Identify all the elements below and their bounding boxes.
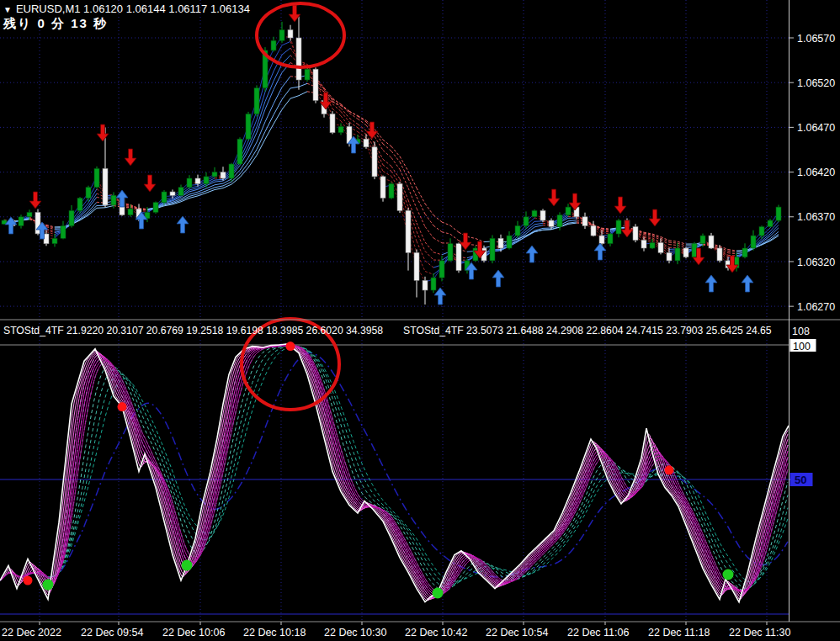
price-axis-label: 1.06270 bbox=[797, 301, 835, 313]
chart-titlebar: ▼EURUSD,M1 1.06120 1.06144 1.06117 1.061… bbox=[3, 3, 250, 15]
indicator-values-left: STOStd_4TF 21.9220 20.3107 20.6769 19.25… bbox=[3, 325, 383, 336]
time-axis-label: 22 Dec 11:06 bbox=[567, 627, 629, 638]
time-axis-label: 22 Dec 09:54 bbox=[81, 627, 143, 638]
buy-signal-dot bbox=[182, 560, 193, 571]
price-axis-label: 1.06370 bbox=[797, 211, 835, 223]
time-axis-label: 22 Dec 10:18 bbox=[243, 627, 306, 638]
panel-resize-handle[interactable] bbox=[0, 316, 840, 323]
time-axis-label: 22 Dec 11:18 bbox=[648, 627, 710, 638]
price-axis-label: 1.06570 bbox=[797, 33, 835, 45]
time-axis-label: 22 Dec 10:54 bbox=[486, 627, 548, 638]
price-axis-label: 1.06520 bbox=[797, 77, 835, 89]
chart-canvas[interactable]: 1.065701.065201.064701.064201.063701.063… bbox=[0, 0, 840, 641]
indicator-label-row: STOStd_4TF 21.9220 20.3107 20.6769 19.25… bbox=[3, 325, 787, 337]
sell-signal-dot bbox=[24, 576, 33, 585]
time-axis-label: 22 Dec 10:42 bbox=[405, 627, 467, 638]
level-50-badge-label: 50 bbox=[795, 474, 806, 486]
chart-dropdown-icon[interactable]: ▼ bbox=[3, 5, 12, 14]
price-axis-label: 1.06320 bbox=[797, 257, 835, 268]
sell-signal-dot bbox=[118, 402, 127, 411]
time-axis-label: 22 Dec 2022 bbox=[2, 627, 61, 638]
sell-signal-dot bbox=[665, 465, 674, 474]
sell-signal-dot bbox=[286, 342, 295, 351]
buy-signal-dot bbox=[433, 588, 444, 599]
price-axis-label: 1.06470 bbox=[797, 122, 835, 134]
level-100-badge-label: 100 bbox=[793, 341, 811, 352]
time-axis-label: 22 Dec 10:06 bbox=[162, 627, 225, 638]
indicator-values-right: STOStd_4TF 23.5073 21.6488 24.2908 22.86… bbox=[403, 325, 772, 336]
buy-signal-dot bbox=[723, 569, 734, 580]
indicator-max-label: 108 bbox=[792, 326, 810, 337]
candle-countdown-timer: 残り 0 分 13 秒 bbox=[3, 16, 108, 32]
buy-signal-dot bbox=[43, 580, 54, 591]
trading-chart-window: 1.065701.065201.064701.064201.063701.063… bbox=[0, 0, 840, 641]
price-axis-label: 1.06420 bbox=[797, 167, 835, 178]
symbol-ohlc-label: EURUSD,M1 1.06120 1.06144 1.06117 1.0613… bbox=[16, 3, 250, 15]
time-axis-label: 22 Dec 11:30 bbox=[729, 627, 790, 638]
time-axis-label: 22 Dec 10:30 bbox=[324, 627, 386, 638]
